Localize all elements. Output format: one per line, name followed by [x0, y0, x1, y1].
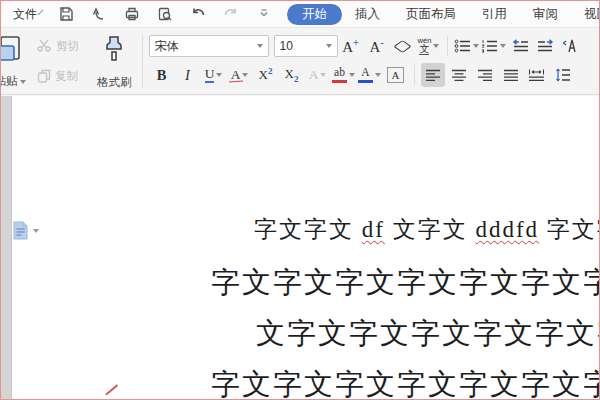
print-preview-icon[interactable] — [156, 5, 174, 23]
underline-button[interactable]: U — [202, 63, 226, 87]
export-pdf-icon[interactable] — [90, 5, 108, 23]
font-color-swatch — [358, 80, 373, 84]
paste-icon — [0, 34, 23, 66]
cut-copy-group: 剪切 复制 — [37, 31, 91, 92]
paste-dropdown-icon[interactable] — [20, 80, 26, 84]
align-right-button[interactable] — [473, 63, 497, 87]
strikethrough-dropdown-icon[interactable] — [242, 73, 248, 77]
paste-button[interactable]: 粘贴 — [0, 31, 34, 91]
format-painter-button[interactable]: 格式刷 — [93, 31, 136, 92]
align-center-button[interactable] — [447, 63, 471, 87]
ribbon-separator — [447, 36, 448, 56]
numbered-list-icon — [481, 39, 498, 53]
align-left-button[interactable] — [421, 63, 445, 87]
save-icon[interactable] — [57, 5, 75, 23]
font-size-dropdown-icon — [326, 44, 332, 48]
paste-options-button[interactable] — [12, 221, 39, 240]
highlight-color-swatch — [332, 80, 347, 84]
highlight-color-button[interactable]: ab — [332, 63, 356, 87]
customize-toolbar-chevron-icon[interactable] — [255, 5, 273, 23]
numbered-list-dropdown-icon[interactable] — [500, 44, 506, 48]
clear-formatting-button[interactable] — [391, 34, 415, 58]
bold-button[interactable]: B — [150, 63, 174, 87]
character-shading-button[interactable]: A — [306, 63, 330, 87]
strikethrough-button[interactable]: A — [228, 63, 252, 87]
pinyin-icon: wén 文 — [418, 37, 432, 56]
font-name-select[interactable]: 宋体 — [149, 35, 269, 57]
increase-indent-icon — [537, 39, 555, 53]
redo-icon[interactable] — [222, 5, 240, 23]
highlight-dropdown-icon[interactable] — [349, 73, 355, 77]
file-menu-chevron-down-icon[interactable] — [38, 10, 44, 16]
text-run: 字文字文字文字文字文字文字文字文字文 — [211, 266, 599, 298]
justify-icon — [503, 69, 519, 82]
tab-页面布局[interactable]: 页面布局 — [393, 4, 469, 25]
numbered-list-button[interactable] — [481, 34, 506, 58]
font-color-button[interactable]: A — [358, 63, 382, 87]
wps-writer-window: { "menubar": { "file_label": "文件", "tabs… — [0, 0, 600, 400]
font-name-dropdown-icon — [257, 44, 263, 48]
text-run: 文字文 — [385, 217, 476, 242]
document-line[interactable]: 字文字文字文字文字文字文字文字文字文 — [211, 263, 599, 303]
distribute-text-button[interactable] — [525, 63, 549, 87]
format-painter-icon — [101, 34, 127, 64]
tab-审阅[interactable]: 审阅 — [520, 4, 571, 25]
document-canvas[interactable]: 字文字文 df 文字文 dddfd 字文字文字字文字文字文字文字文字文字文字文字… — [1, 96, 599, 399]
scissors-icon — [37, 39, 52, 54]
bullet-list-dropdown-icon[interactable] — [473, 44, 479, 48]
paste-label: 粘贴 — [0, 74, 18, 89]
bullet-list-button[interactable] — [454, 34, 479, 58]
copy-icon — [37, 69, 51, 85]
document-line[interactable]: 字文字文 df 文字文 dddfd 字文字文字 — [254, 214, 599, 245]
ribbon-tabs: 开始插入页面布局引用审阅视图章 — [287, 4, 600, 25]
undo-icon[interactable] — [189, 5, 207, 23]
misspelled-word: dddfd — [475, 217, 539, 242]
text-run: 字文字文 — [254, 217, 362, 242]
paste-options-dropdown-icon[interactable] — [33, 229, 39, 233]
align-left-icon — [425, 69, 441, 82]
cut-label: 剪切 — [56, 39, 79, 54]
quick-access-toolbar — [57, 5, 273, 23]
superscript-button[interactable]: X2 — [254, 63, 278, 87]
font-color-dropdown-icon[interactable] — [375, 73, 381, 77]
font-size-value: 10 — [280, 39, 293, 53]
font-size-select[interactable]: 10 — [274, 35, 338, 57]
subscript-button[interactable]: X2 — [280, 63, 304, 87]
increase-indent-button[interactable] — [534, 34, 558, 58]
align-right-icon — [477, 69, 493, 82]
pinyin-dropdown-icon[interactable] — [433, 44, 439, 48]
ribbon-home: 粘贴 剪切 复制 格式刷 宋体 — [1, 28, 599, 95]
copy-button[interactable]: 复制 — [37, 69, 91, 85]
character-border-button[interactable]: A — [384, 63, 408, 87]
file-menu[interactable]: 文件 — [13, 6, 37, 23]
text-run: 字文字文字 — [539, 217, 599, 242]
bullet-list-icon — [454, 39, 471, 53]
tab-视图[interactable]: 视图 — [571, 4, 600, 25]
document-line[interactable]: 文字文字文字文字文字文字文字文字文 — [256, 314, 599, 354]
decrease-font-size-button[interactable]: A- — [365, 34, 389, 58]
ribbon-separator — [142, 35, 143, 88]
line-spacing-button[interactable] — [551, 63, 575, 87]
cut-button[interactable]: 剪切 — [37, 39, 91, 54]
eraser-icon — [393, 40, 411, 53]
title-bar: 文件 开始插入页面布局引用审阅视图章 — [1, 1, 599, 28]
misspelled-word: df — [362, 217, 385, 242]
ribbon-separator — [414, 65, 415, 85]
tab-插入[interactable]: 插入 — [342, 4, 393, 25]
workspace-gutter — [1, 96, 12, 399]
paragraph-settings-button[interactable] — [560, 34, 584, 58]
font-name-value: 宋体 — [155, 38, 179, 55]
tab-开始[interactable]: 开始 — [287, 4, 342, 25]
increase-font-size-button[interactable]: A+ — [339, 34, 363, 58]
underline-dropdown-icon[interactable] — [216, 73, 222, 77]
distribute-icon — [528, 69, 545, 82]
copy-label: 复制 — [55, 69, 78, 84]
justify-button[interactable] — [499, 63, 523, 87]
tab-引用[interactable]: 引用 — [469, 4, 520, 25]
spellcheck-mark — [105, 384, 117, 395]
italic-button[interactable]: I — [176, 63, 200, 87]
document-line[interactable]: 字文字文字文字文字文字文字文字文字文 — [211, 365, 599, 399]
pinyin-guide-button[interactable]: wén 文 — [417, 34, 441, 58]
decrease-indent-button[interactable] — [508, 34, 532, 58]
print-icon[interactable] — [123, 5, 141, 23]
